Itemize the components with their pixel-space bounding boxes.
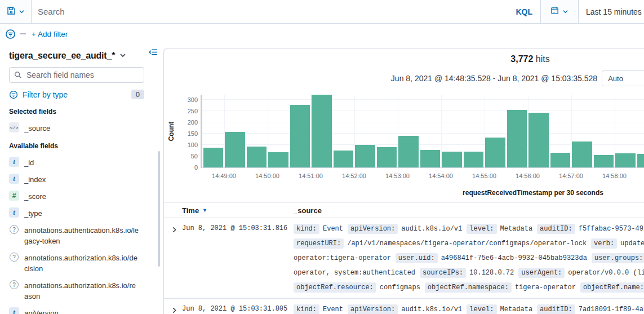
histogram-bar-14:50:30[interactable] — [290, 105, 310, 167]
field-key-badge: kind: — [294, 224, 319, 234]
field-value: operator:tigera-operator — [294, 254, 391, 262]
x-tick-label: 14:54:00 — [419, 173, 464, 179]
x-tick-label: 14:58:00 — [592, 173, 637, 179]
histogram-bar-14:49:00[interactable] — [225, 132, 245, 167]
source-line: operator:tigera-operatoruser.uid:a496841… — [294, 251, 644, 266]
histogram-bar-14:51:00[interactable] — [312, 95, 332, 167]
x-tick-label: 14:56:00 — [505, 173, 550, 179]
field-key-badge: objectRef.namespace: — [425, 282, 512, 293]
histogram-bar-14:50:00[interactable] — [268, 152, 288, 167]
field-item-_score[interactable]: #_score — [9, 191, 152, 202]
documents-table: Time ▼ _source Jun 8, 2021 @ 15:03:31.81… — [164, 202, 644, 314]
filter-bar: + Add filter — [0, 24, 644, 44]
add-filter-button[interactable]: + Add filter — [32, 30, 68, 38]
hits-label: hits — [536, 54, 550, 64]
field-item-_type[interactable]: t_type — [9, 207, 152, 219]
expand-row-button[interactable] — [164, 222, 182, 295]
main-area: 3,772 hits Jun 8, 2021 @ 14:48:35.528 - … — [163, 44, 644, 314]
available-fields-heading: Available fields — [9, 142, 152, 150]
interval-select[interactable]: Auto — [602, 70, 644, 86]
histogram-bar-14:49:30[interactable] — [247, 147, 267, 167]
histogram-bar-14:51:30[interactable] — [334, 151, 354, 167]
x-tick-label: 14:49:00 — [202, 173, 247, 179]
field-item-apiVersion[interactable]: tapiVersion — [9, 307, 152, 314]
filter-icon[interactable] — [5, 29, 16, 39]
field-search — [9, 67, 152, 83]
field-value: Event — [323, 225, 343, 233]
table-row: Jun 8, 2021 @ 15:03:31.816kind:EventapiV… — [164, 218, 644, 299]
quick-select-button[interactable] — [541, 0, 579, 23]
field-key-badge: verb: — [591, 238, 617, 249]
field-search-input[interactable] — [9, 67, 144, 83]
histogram-bar-14:56:00[interactable] — [528, 113, 549, 167]
expand-row-button[interactable] — [164, 302, 182, 314]
x-tick-label: 14:55:00 — [462, 173, 507, 179]
field-item-annotations-authentication-k8s-io-legacy-token[interactable]: ?annotations.authentication.k8s.io/legac… — [9, 224, 152, 246]
histogram-bar-14:52:00[interactable] — [355, 145, 375, 167]
field-item-_id[interactable]: t_id — [9, 157, 152, 168]
histogram-bar-14:53:30[interactable] — [420, 150, 441, 167]
histogram-bar-14:53:00[interactable] — [398, 136, 419, 167]
sidebar-scrollbar[interactable] — [158, 151, 160, 267]
histogram-bar-14:57:00[interactable] — [572, 141, 592, 167]
table-header: Time ▼ _source — [164, 202, 644, 218]
chevron-down-icon — [562, 7, 569, 17]
y-tick-label: 250 — [175, 108, 198, 114]
x-tick-label: 14:51:00 — [288, 173, 334, 179]
gridline — [202, 110, 644, 111]
field-value: Event — [323, 306, 343, 313]
source-line: operator, system:authenticatedsourceIPs:… — [294, 266, 644, 280]
field-item-annotations-authorization-k8s-io-decision[interactable]: ?annotations.authorization.k8s.io/decisi… — [9, 252, 152, 274]
index-pattern-name: tigera_secure_ee_audit_* — [9, 51, 115, 61]
search-bar: KQL — [32, 0, 541, 23]
histogram-bar-14:58:30[interactable] — [637, 154, 644, 167]
kql-toggle[interactable]: KQL — [508, 7, 540, 16]
filter-by-type-button[interactable]: Filter by type 0 — [9, 90, 144, 99]
field-key-badge: requestURI: — [294, 238, 344, 249]
histogram-bar-14:54:30[interactable] — [464, 152, 484, 167]
collapse-sidebar-button[interactable] — [148, 48, 158, 59]
saved-query-button[interactable] — [0, 0, 32, 23]
save-icon — [7, 6, 16, 17]
histogram-plot: 05010015020025030014:49:0014:50:0014:51:… — [201, 95, 644, 168]
search-input[interactable] — [32, 7, 508, 16]
field-value: audit.k8s.io/v1 — [401, 306, 462, 313]
y-tick-label: 0 — [175, 164, 198, 171]
column-header-time[interactable]: Time ▼ — [182, 206, 294, 215]
histogram-chart: Count 05010015020025030014:49:0014:50:00… — [201, 95, 644, 168]
histogram-bar-14:55:00[interactable] — [485, 138, 505, 167]
histogram-bar-14:55:30[interactable] — [507, 110, 527, 167]
field-value: configmaps — [380, 284, 420, 291]
field-value: Metadata — [500, 306, 533, 313]
histogram-bar-14:48:30[interactable] — [203, 148, 224, 167]
field-name: annotations.authentication.k8s.io/legacy… — [24, 224, 140, 246]
field-key-badge: auditID: — [537, 304, 575, 314]
field-item-_source[interactable]: </>_source — [9, 122, 152, 134]
column-header-source: _source — [294, 206, 322, 215]
field-item-_index[interactable]: t_index — [9, 174, 152, 185]
x-tick-label: 14:57:00 — [549, 173, 594, 179]
unknown-type-icon: ? — [10, 253, 19, 262]
source-type-icon: </> — [9, 122, 19, 132]
fields-sidebar: tigera_secure_ee_audit_* Filter by type … — [0, 44, 163, 314]
field-item-annotations-authorization-k8s-io-reason[interactable]: ?annotations.authorization.k8s.io/reason — [9, 280, 152, 302]
index-pattern-switcher[interactable]: tigera_secure_ee_audit_* — [9, 51, 152, 61]
field-key-badge: kind: — [294, 304, 319, 314]
histogram-bar-14:58:00[interactable] — [615, 153, 636, 167]
field-key-badge: user.groups: — [592, 253, 644, 263]
gridline — [202, 122, 644, 122]
histogram-bar-14:54:00[interactable] — [442, 152, 462, 167]
y-tick-label: 300 — [175, 96, 198, 103]
time-range-button[interactable]: Last 15 minutes — [579, 7, 642, 16]
histogram-bar-14:52:30[interactable] — [377, 147, 397, 167]
field-value: 7ad18091-1f89-4a97- — [579, 306, 644, 313]
field-name: annotations.authorization.k8s.io/reason — [24, 280, 140, 302]
sort-desc-icon: ▼ — [202, 207, 207, 213]
field-value: update — [620, 240, 644, 247]
histogram-bar-14:56:30[interactable] — [550, 153, 571, 167]
field-key-badge: apiVersion: — [348, 304, 398, 314]
field-value: f5ffabac-9573-4918-a — [579, 225, 644, 233]
field-key-badge: level: — [467, 224, 496, 234]
histogram-bar-14:57:30[interactable] — [594, 155, 614, 167]
unknown-type-icon: ? — [10, 280, 19, 289]
